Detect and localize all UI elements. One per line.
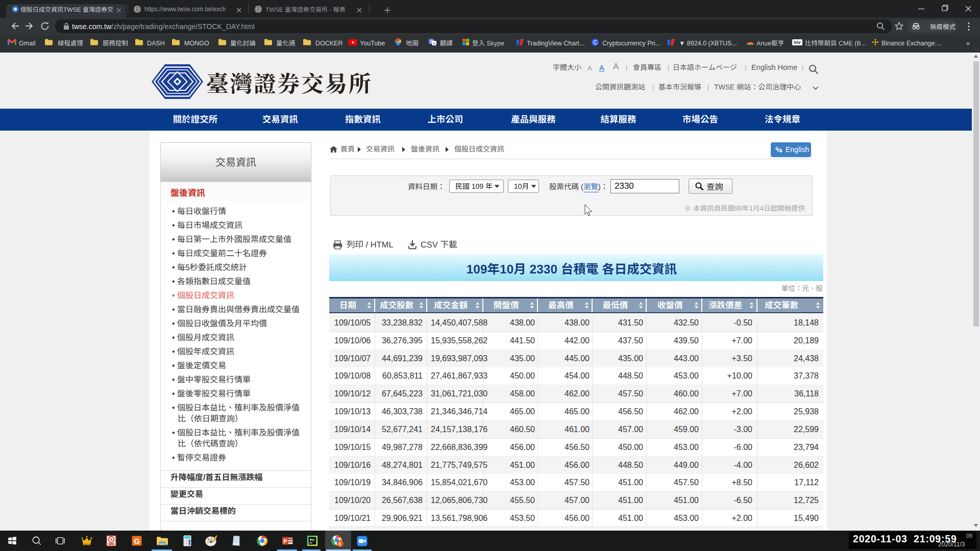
svg-text:P: P — [283, 538, 287, 544]
svg-text:G: G — [134, 537, 140, 545]
svg-text:PC: PC — [310, 538, 315, 542]
svg-text:A: A — [433, 41, 436, 46]
svg-text:C: C — [593, 40, 597, 45]
svg-text:E: E — [338, 541, 341, 546]
